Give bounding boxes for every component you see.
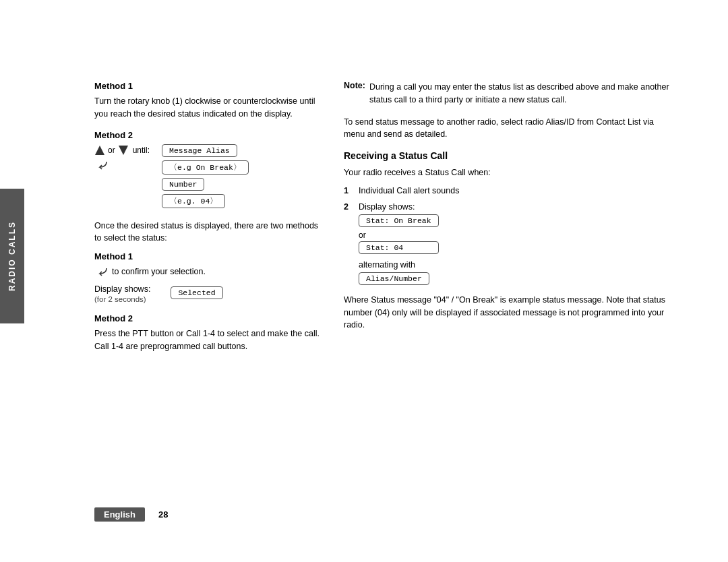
receiving-heading: Receiving a Status Call — [344, 150, 674, 161]
display-shows-value: Selected — [171, 286, 222, 299]
arrow-icons: or until: — [94, 144, 150, 172]
alias-number-box: Alias/Number — [359, 272, 429, 285]
page-number: 28 — [158, 509, 168, 520]
numbered-list: 1 Individual Call alert sounds 2 Display… — [344, 186, 674, 287]
list-content-2: Display shows: Stat: On Break or Stat: 0… — [359, 202, 674, 287]
left-curved-arrow-icon — [94, 160, 108, 170]
once-text: Once the desired status is displayed, th… — [94, 220, 324, 245]
note-block: Note: During a call you may enter the st… — [344, 81, 674, 106]
or-text: or — [359, 230, 439, 240]
method2b-heading: Method 2 — [94, 313, 324, 323]
stat-on-break-box: Stat: On Break — [359, 214, 439, 227]
side-tab: RADIO CALLS — [0, 189, 24, 323]
right-column: Note: During a call you may enter the st… — [344, 81, 674, 495]
list-num-1: 1 — [344, 186, 353, 195]
method1-block: Method 1 Turn the rotary knob (1) clockw… — [94, 81, 324, 121]
confirm-arrow-icon — [94, 160, 108, 172]
stat-col: Stat: On Break or Stat: 04 — [359, 214, 439, 256]
side-tab-label: RADIO CALLS — [7, 221, 17, 291]
method1-heading: Method 1 — [94, 81, 324, 91]
down-arrow-icon — [118, 146, 129, 155]
display-box-number: Number — [162, 178, 204, 191]
alternating-text: alternating with — [359, 260, 415, 270]
method2b-text: Press the PTT button or Call 1-4 to sele… — [94, 327, 324, 353]
method2-block: Method 2 or until: — [94, 130, 324, 210]
method2-row: or until: Message Alias 〈e.g On Break〉 — [94, 144, 324, 210]
method1b-block: Method 1 to confirm your selection. Disp… — [94, 251, 324, 304]
display-shows-col: Display shows: (for 2 seconds) — [94, 284, 150, 304]
confirm-text: to confirm your selection. — [112, 266, 206, 278]
method1b-heading: Method 1 — [94, 251, 324, 261]
display-box-eg-04: 〈e.g. 04〉 — [162, 194, 225, 208]
method1-text: Turn the rotary knob (1) clockwise or co… — [94, 95, 324, 121]
display-boxes-top: Message Alias 〈e.g On Break〉 Number 〈e.g… — [162, 144, 249, 210]
bottom-bar: English 28 — [94, 507, 168, 522]
confirm-icon — [94, 267, 108, 276]
list-item-2: 2 Display shows: Stat: On Break or Stat:… — [344, 202, 674, 287]
up-down-arrows: or until: — [94, 146, 150, 155]
where-status-text: Where Status message "04" / "On Break" i… — [344, 294, 674, 332]
method2-heading: Method 2 — [94, 130, 324, 140]
method2b-block: Method 2 Press the PTT button or Call 1-… — [94, 313, 324, 353]
stat-display-row: Stat: On Break or Stat: 04 — [359, 214, 674, 256]
svg-marker-1 — [119, 146, 128, 155]
english-badge: English — [94, 507, 145, 522]
up-arrow-icon — [94, 146, 105, 155]
stat-04-box: Stat: 04 — [359, 241, 439, 254]
left-column: Method 1 Turn the rotary knob (1) clockw… — [94, 81, 324, 495]
note-text: During a call you may enter the status l… — [369, 81, 674, 106]
svg-marker-0 — [95, 146, 104, 155]
page-wrapper: RADIO CALLS Method 1 Turn the rotary kno… — [0, 0, 728, 562]
list-content-1: Individual Call alert sounds — [359, 186, 674, 195]
receives-text: Your radio receives a Status Call when: — [344, 166, 674, 179]
content-area: Method 1 Turn the rotary knob (1) clockw… — [94, 81, 674, 495]
alternating-block: alternating with Alias/Number — [359, 260, 674, 287]
display-shows-label: Display shows: — [94, 284, 150, 294]
display-shows-text: Display shows: — [359, 202, 415, 212]
display-box-message-alias: Message Alias — [162, 144, 237, 157]
list-item-1: 1 Individual Call alert sounds — [344, 186, 674, 195]
display-shows-sub: (for 2 seconds) — [94, 295, 146, 303]
until-label: until: — [133, 146, 150, 155]
display-box-eg-on-break: 〈e.g On Break〉 — [162, 160, 249, 175]
note-label: Note: — [344, 81, 365, 106]
display-shows-row: Display shows: (for 2 seconds) Selected — [94, 284, 324, 304]
send-status-text: To send status message to another radio,… — [344, 116, 674, 142]
confirm-row: to confirm your selection. — [94, 266, 324, 278]
list-num-2: 2 — [344, 202, 353, 212]
or-label: or — [108, 146, 115, 155]
